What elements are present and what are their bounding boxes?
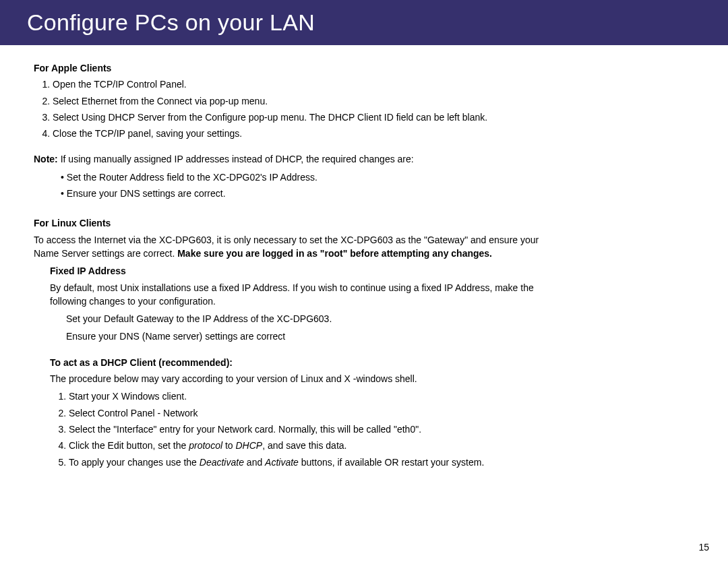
page-number: 15 — [698, 542, 709, 553]
list-item: Select Ethernet from the Connect via pop… — [53, 94, 546, 108]
heading-dhcp: To act as a DHCP Client (recommended): — [50, 356, 546, 369]
apple-steps: Open the TCP/IP Control Panel. Select Et… — [34, 77, 546, 140]
note-label: Note: — [34, 154, 58, 164]
list-item: • Set the Router Address field to the XC… — [61, 170, 546, 184]
section-apple: For Apple Clients Open the TCP/IP Contro… — [34, 61, 546, 200]
content: For Apple Clients Open the TCP/IP Contro… — [0, 45, 546, 469]
list-item: Open the TCP/IP Control Panel. — [53, 77, 546, 91]
section-fixed-ip: Fixed IP Address By default, most Unix i… — [50, 264, 546, 343]
list-item: Select the "Interface" entry for your Ne… — [69, 423, 546, 436]
heading-apple: For Apple Clients — [34, 61, 546, 75]
list-item: Click the Edit button, set the protocol … — [69, 439, 546, 452]
section-dhcp-client: To act as a DHCP Client (recommended): T… — [50, 356, 546, 469]
page-title: Configure PCs on your LAN — [27, 9, 728, 36]
page-header: Configure PCs on your LAN — [0, 0, 728, 45]
list-item: Start your X Windows client. — [69, 389, 546, 403]
dhcp-steps: Start your X Windows client. Select Cont… — [50, 389, 546, 468]
section-linux: For Linux Clients To access the Internet… — [34, 216, 546, 468]
apple-note-bullets: • Set the Router Address field to the XC… — [34, 170, 546, 201]
dhcp-para: The procedure below may vary according t… — [50, 372, 546, 385]
apple-note: Note: If using manually assigned IP addr… — [34, 152, 546, 166]
list-item: Ensure your DNS (Name server) settings a… — [66, 330, 546, 343]
fixed-ip-para: By default, most Unix installations use … — [50, 281, 546, 309]
list-item: Set your Default Gateway to the IP Addre… — [66, 312, 546, 325]
list-item: • Ensure your DNS settings are correct. — [61, 187, 546, 200]
linux-intro: To access the Internet via the XC-DPG603… — [34, 233, 546, 261]
page: Configure PCs on your LAN For Apple Clie… — [0, 0, 728, 562]
note-text: If using manually assigned IP addresses … — [61, 154, 414, 164]
linux-intro-bold: Make sure you are logged in as "root" be… — [177, 248, 492, 259]
list-item: Select Using DHCP Server from the Config… — [53, 111, 546, 124]
heading-linux: For Linux Clients — [34, 216, 546, 230]
list-item: To apply your changes use the Deactivate… — [69, 456, 546, 469]
heading-fixed-ip: Fixed IP Address — [50, 264, 546, 278]
list-item: Select Control Panel - Network — [69, 406, 546, 420]
list-item: Close the TCP/IP panel, saving your sett… — [53, 127, 546, 140]
